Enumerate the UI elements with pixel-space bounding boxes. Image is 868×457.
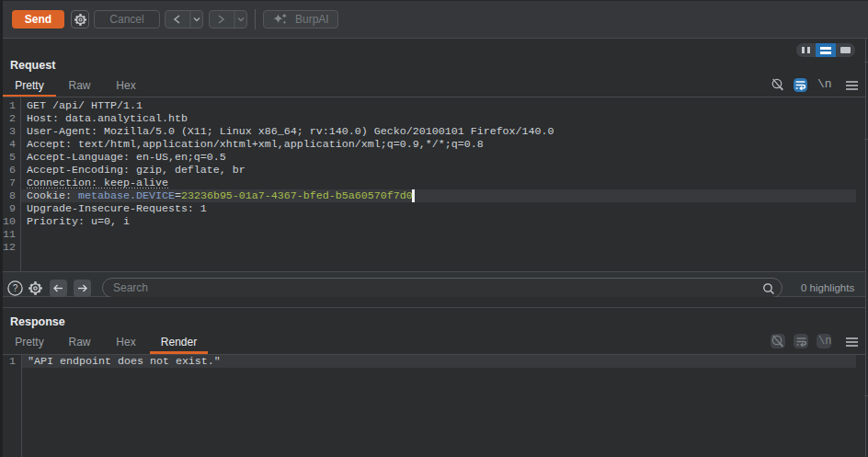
svg-text:?: ? (13, 283, 18, 293)
